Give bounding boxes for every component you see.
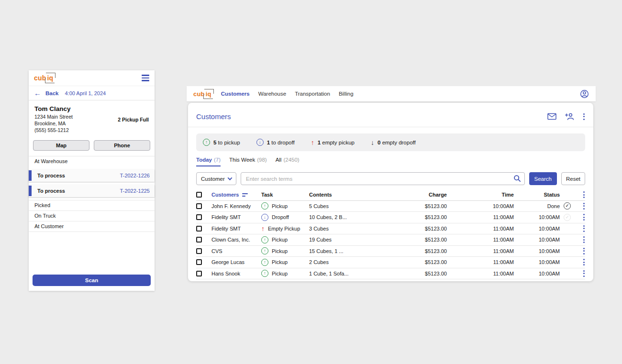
status-item-on-truck[interactable]: On Truck <box>29 210 155 221</box>
reset-button[interactable]: Reset <box>561 172 585 185</box>
cell-status: 10:00AM <box>514 214 560 220</box>
task-icon <box>261 247 268 254</box>
add-person-icon[interactable] <box>565 113 574 120</box>
row-menu-icon[interactable] <box>583 225 585 232</box>
search-row: Customer Search Reset <box>196 172 585 185</box>
cell-time: 11:00AM <box>447 271 514 276</box>
cell-contents: 3 Cubes <box>309 226 379 232</box>
nav-item-billing[interactable]: Billing <box>339 91 354 97</box>
task-icon <box>261 259 268 266</box>
card-accent-bar <box>29 186 32 196</box>
column-menu-icon[interactable] <box>583 191 585 199</box>
customer-address-line2: Brookline, MA <box>34 120 118 127</box>
row-checkbox[interactable] <box>196 237 202 243</box>
hamburger-menu-icon[interactable] <box>142 75 149 81</box>
row-checkbox[interactable] <box>196 203 202 209</box>
cell-contents: 15 Cubes, 1 ... <box>309 248 379 254</box>
table-row: Hans Snook Pickup 1 Cube, 1 Sofa... $512… <box>196 268 585 280</box>
row-menu-icon[interactable] <box>583 270 585 277</box>
row-menu-icon[interactable] <box>583 236 585 243</box>
cell-time: 11:00AM <box>447 214 514 220</box>
to-process-card[interactable]: To process T-2022-1226 <box>29 169 155 182</box>
task-icon <box>261 214 268 221</box>
row-menu-icon[interactable] <box>583 258 585 266</box>
customers-card: Customers 5 to pickup <box>188 103 593 281</box>
cell-contents: 10 Cubes, 2 B... <box>309 214 379 220</box>
status-item-at-customer[interactable]: At Customer <box>29 221 155 232</box>
column-header-time: Time <box>447 192 514 198</box>
tab-all[interactable]: All(2450) <box>276 157 300 166</box>
customers-table: Customers Task Contents Charge Time Stat… <box>196 189 585 279</box>
card-menu-icon[interactable] <box>583 113 585 121</box>
row-checkbox[interactable] <box>196 271 202 276</box>
cell-task: Pickup <box>272 237 288 243</box>
cell-contents: 19 Cubes <box>309 237 379 243</box>
table-row: Clown Cars, Inc. Pickup 19 Cubes $5123.0… <box>196 234 585 246</box>
summary-empty-pickup: 1 empty pickup <box>311 139 355 146</box>
row-checkbox[interactable] <box>196 248 202 254</box>
cell-task: Empty Pickup <box>268 226 300 232</box>
status-check-ghost-icon[interactable] <box>564 214 571 221</box>
table-row: John F. Kennedy Pickup 5 Cubes $5123.00 … <box>196 201 585 212</box>
to-process-label: To process <box>37 188 65 194</box>
customer-address-line1: 1234 Main Street <box>34 113 118 120</box>
task-icon <box>261 236 268 243</box>
status-check-icon[interactable] <box>564 202 571 210</box>
search-input[interactable] <box>241 172 525 185</box>
status-item-picked[interactable]: Picked <box>29 200 155 210</box>
account-icon[interactable] <box>580 89 589 99</box>
card-accent-bar <box>29 170 32 181</box>
column-header-status: Status <box>514 192 560 198</box>
dropoff-circle-down-icon <box>256 139 264 146</box>
to-process-label: To process <box>37 173 65 178</box>
select-all-checkbox[interactable] <box>196 192 202 198</box>
cell-time: 11:00AM <box>447 259 514 265</box>
row-menu-icon[interactable] <box>583 213 585 221</box>
mail-icon[interactable] <box>547 113 556 120</box>
cell-status: Done <box>514 203 560 209</box>
phone-button[interactable]: Phone <box>94 140 150 151</box>
card-header: Customers <box>188 103 593 127</box>
to-process-card[interactable]: To process T-2022-1225 <box>29 185 155 197</box>
cell-time: 11:00AM <box>447 248 514 254</box>
cell-time: 11:00AM <box>447 237 514 243</box>
column-header-charge: Charge <box>379 192 447 198</box>
tab-this-week[interactable]: This Week(98) <box>229 157 267 166</box>
cell-status: 10:00AM <box>514 237 560 243</box>
ticket-link[interactable]: T-2022-1226 <box>120 173 150 178</box>
summary-to-pickup: 5 to pickup <box>203 139 240 146</box>
map-button[interactable]: Map <box>33 140 89 151</box>
ticket-link[interactable]: T-2022-1225 <box>120 188 150 194</box>
back-button[interactable]: Back <box>45 90 59 96</box>
cell-task: Dropoff <box>272 214 289 220</box>
table-header-row: Customers Task Contents Charge Time Stat… <box>196 189 585 201</box>
mobile-app-panel: cubiqcubiq ← Back 4:00 April 1, 2024 Tom… <box>29 70 155 291</box>
cell-charge: $5123.00 <box>379 237 447 243</box>
search-icon[interactable] <box>513 175 521 184</box>
empty-dropoff-arrow-down-icon <box>371 139 374 146</box>
status-item-at-warehouse[interactable]: At Warehouse <box>29 156 155 166</box>
cell-customer: John F. Kennedy <box>211 203 251 209</box>
table-row: George Lucas Pickup 2 Cubes $5123.00 11:… <box>196 257 585 268</box>
back-arrow-icon[interactable]: ← <box>34 89 41 97</box>
cell-status: 10:00AM <box>514 248 560 254</box>
mobile-header: cubiqcubiq <box>29 70 155 86</box>
sort-icon[interactable] <box>242 193 248 197</box>
nav-item-customers[interactable]: Customers <box>221 91 250 97</box>
scan-button[interactable]: Scan <box>33 275 151 286</box>
cell-charge: $5123.00 <box>379 271 447 276</box>
tab-today[interactable]: Today(7) <box>196 157 221 166</box>
cell-charge: $5123.00 <box>379 214 447 220</box>
search-button[interactable]: Search <box>529 172 557 185</box>
pickup-circle-up-icon <box>203 139 210 146</box>
search-filter-select[interactable]: Customer <box>196 172 236 185</box>
nav-item-warehouse[interactable]: Warehouse <box>258 91 286 97</box>
row-checkbox[interactable] <box>196 214 202 220</box>
row-checkbox[interactable] <box>196 259 202 265</box>
row-menu-icon[interactable] <box>583 247 585 255</box>
cell-status: 10:00AM <box>514 259 560 265</box>
row-menu-icon[interactable] <box>583 202 585 210</box>
nav-item-transportation[interactable]: Transportation <box>295 91 330 97</box>
column-header-customers[interactable]: Customers <box>211 192 239 198</box>
row-checkbox[interactable] <box>196 226 202 232</box>
